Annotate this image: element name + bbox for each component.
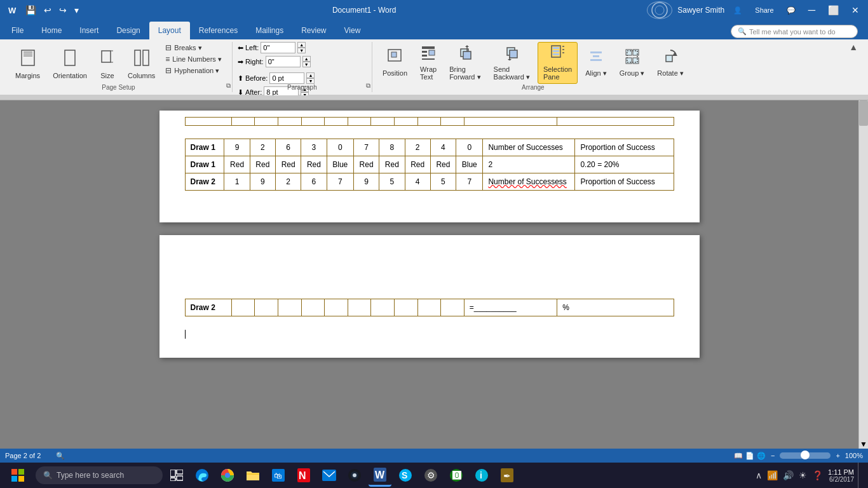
columns-btn[interactable]: Columns <box>123 46 160 82</box>
send-backward-btn[interactable]: SendBackward ▾ <box>489 43 535 84</box>
print-layout-btn[interactable]: 📄 <box>745 452 754 460</box>
start-button[interactable] <box>3 463 33 488</box>
tab-design[interactable]: Design <box>107 22 149 39</box>
taskbar-info[interactable]: i <box>470 464 493 487</box>
undo-quick-btn[interactable]: ↩ <box>41 4 54 17</box>
align-btn[interactable]: Align ▾ <box>580 46 612 80</box>
left-indent-input[interactable]: 0" <box>261 42 295 53</box>
breaks-btn[interactable]: ⊟ Breaks ▾ <box>163 42 224 53</box>
selection-pane-icon <box>551 45 565 64</box>
position-btn[interactable]: Position <box>377 46 412 79</box>
taskbar-word[interactable]: W <box>369 464 391 487</box>
right-indent-value: 0" <box>268 58 275 65</box>
comment-btn[interactable]: 💬 <box>783 5 799 16</box>
line-numbers-btn[interactable]: ≡ Line Numbers ▾ <box>163 53 224 65</box>
page-indicator[interactable]: Page 2 of 2 <box>5 452 41 460</box>
read-mode-btn[interactable]: 📖 <box>734 452 743 460</box>
zoom-in-btn[interactable]: + <box>836 452 839 459</box>
maximize-btn[interactable]: ⬜ <box>824 4 843 17</box>
tab-mailings[interactable]: Mailings <box>247 22 292 39</box>
before-spin[interactable]: ▲ ▼ <box>306 72 315 84</box>
share-btn[interactable]: Share <box>751 5 777 15</box>
zoom-thumb[interactable] <box>801 451 810 459</box>
tab-layout[interactable]: Layout <box>149 22 190 39</box>
group-btn[interactable]: Group ▾ <box>614 46 650 80</box>
taskbar-mail[interactable] <box>318 464 341 487</box>
right-indent-label: Right: <box>245 58 264 65</box>
save-quick-btn[interactable]: 💾 <box>23 4 39 17</box>
taskbar-settings[interactable]: ⚙ <box>419 464 442 487</box>
margins-btn[interactable]: Margins <box>10 46 45 82</box>
doc-scroll-area[interactable]: Draw 1 9 2 6 3 0 7 8 2 4 0 Number of Suc… <box>0 100 858 449</box>
account-icon[interactable]: 👤 <box>729 5 746 16</box>
volume-icon[interactable]: 🔊 <box>782 469 795 482</box>
system-clock[interactable]: 1:11 PM 6/2/2017 <box>828 468 854 483</box>
taskbar-folder[interactable] <box>241 464 264 487</box>
task-view-btn[interactable] <box>165 464 188 487</box>
taskbar-chrome[interactable] <box>216 464 239 487</box>
before-input[interactable]: 0 pt <box>269 72 304 84</box>
right-indent-input[interactable]: 0" <box>266 56 301 67</box>
taskbar-pen[interactable]: ✒ <box>496 464 519 487</box>
tab-references[interactable]: References <box>190 22 247 39</box>
wrap-text-btn[interactable]: WrapText <box>415 43 442 83</box>
paragraph-label: Paragraph ⧉ <box>233 84 372 91</box>
row-draw1b-label: Draw 1 <box>185 156 224 173</box>
accessibility-icon[interactable]: 🔍 <box>56 452 65 460</box>
taskbar-edge[interactable] <box>191 464 214 487</box>
rotate-btn[interactable]: Rotate ▾ <box>652 46 688 80</box>
text-cursor-area[interactable] <box>185 329 674 339</box>
before-down[interactable]: ▼ <box>306 78 315 84</box>
scrollbar-thumb[interactable] <box>859 100 868 126</box>
scrollbar-down-btn[interactable]: ▼ <box>859 439 868 449</box>
chevron-up-icon[interactable]: ∧ <box>754 469 763 482</box>
tell-me-bar[interactable]: 🔍 Tell me what you want to do <box>731 25 858 38</box>
right-indent-down[interactable]: ▼ <box>302 62 311 67</box>
zoom-out-btn[interactable]: − <box>771 452 775 459</box>
paragraph-expand[interactable]: ⧉ <box>366 82 370 90</box>
left-indent-down[interactable]: ▼ <box>297 48 306 53</box>
zoom-slider[interactable] <box>780 452 831 459</box>
web-layout-btn[interactable]: 🌐 <box>757 452 766 460</box>
taskbar-xbox[interactable]: 🅾 <box>445 464 468 487</box>
tab-view[interactable]: View <box>336 22 370 39</box>
right-indent-up[interactable]: ▲ <box>302 56 311 62</box>
num-successess-label: Number of Successess <box>483 173 575 191</box>
taskbar-netflix[interactable]: N <box>292 464 315 487</box>
taskbar-store[interactable]: 🛍 <box>267 464 290 487</box>
size-btn[interactable]: Size <box>95 46 120 82</box>
close-btn[interactable]: ✕ <box>848 4 863 17</box>
left-indent-up[interactable]: ▲ <box>297 42 306 48</box>
cell-4d2: 4 <box>405 173 430 191</box>
taskbar-skype[interactable]: S <box>394 464 417 487</box>
tab-home[interactable]: Home <box>32 22 71 39</box>
tab-review[interactable]: Review <box>292 22 335 39</box>
before-up[interactable]: ▲ <box>306 72 315 78</box>
taskbar-steam[interactable] <box>343 464 366 487</box>
svg-rect-26 <box>510 50 517 58</box>
sun-icon[interactable]: ☀ <box>797 469 808 482</box>
orientation-btn[interactable]: Orientation <box>48 46 92 82</box>
show-desktop-btn[interactable] <box>858 463 863 488</box>
ribbon-collapse-btn[interactable]: ▲ <box>849 42 858 52</box>
selection-pane-btn[interactable]: SelectionPane <box>538 42 578 84</box>
svg-text:N: N <box>299 470 306 481</box>
taskbar-search[interactable]: 🔍 Type here to search <box>36 466 163 484</box>
svg-rect-30 <box>553 47 559 49</box>
word-app-icon[interactable]: W <box>5 3 20 18</box>
bring-forward-btn[interactable]: BringForward ▾ <box>444 43 485 84</box>
right-indent-spin[interactable]: ▲ ▼ <box>302 56 311 67</box>
line-numbers-icon: ≡ <box>165 55 170 64</box>
redo-quick-btn[interactable]: ↪ <box>57 4 69 17</box>
minimize-btn[interactable]: ─ <box>804 3 819 17</box>
tab-file[interactable]: File <box>3 22 32 39</box>
zoom-level[interactable]: 100% <box>845 452 863 459</box>
scrollbar-track[interactable]: ▼ <box>858 100 868 449</box>
page-setup-expand[interactable]: ⧉ <box>226 82 231 90</box>
help-icon[interactable]: ❓ <box>811 469 824 482</box>
network-icon[interactable]: 📶 <box>766 469 779 482</box>
customize-quick-btn[interactable]: ▾ <box>72 4 81 17</box>
tab-insert[interactable]: Insert <box>71 22 107 39</box>
left-indent-spin[interactable]: ▲ ▼ <box>297 42 306 53</box>
hyphenation-btn[interactable]: ⊟ Hyphenation ▾ <box>163 65 224 76</box>
